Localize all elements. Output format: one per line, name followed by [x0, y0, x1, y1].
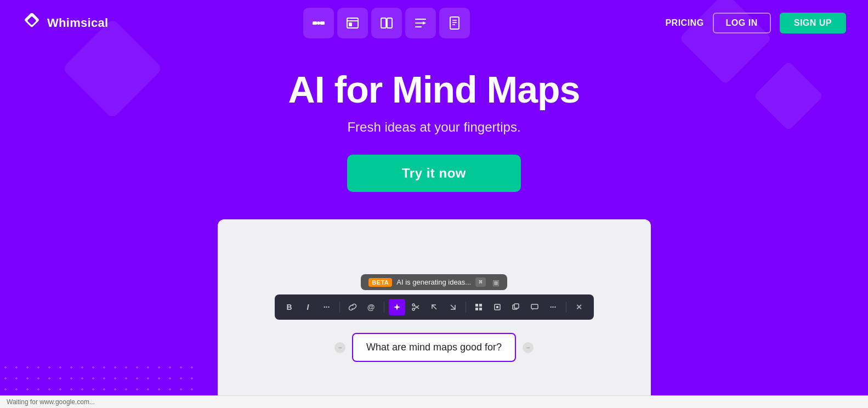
beta-message: AI is generating ideas...	[396, 278, 471, 286]
svg-point-4	[317, 21, 320, 25]
svg-point-19	[412, 304, 415, 306]
logo-text: Whimsical	[47, 16, 109, 30]
flowchart-icon	[311, 15, 326, 31]
svg-rect-2	[313, 21, 317, 25]
signup-button[interactable]: SIGN UP	[780, 13, 846, 33]
hero-section: AI for Mind Maps Fresh ideas at your fin…	[0, 46, 868, 219]
at-mention-button[interactable]: @	[363, 299, 379, 315]
svg-point-20	[412, 308, 415, 310]
toolbar-separator-3	[466, 302, 466, 313]
mindmap-icon	[379, 15, 394, 31]
node-right-connector[interactable]: −	[523, 342, 534, 353]
grid-button[interactable]	[470, 299, 487, 315]
italic-button[interactable]: I	[300, 299, 316, 315]
svg-rect-33	[531, 304, 538, 309]
arrow-up-right-button[interactable]	[445, 299, 461, 315]
duplicate-button[interactable]	[508, 299, 524, 315]
bold-button[interactable]: B	[281, 299, 298, 315]
mindmap-nav-btn[interactable]	[371, 8, 402, 38]
arrow-up-right-icon	[449, 303, 457, 311]
node-left-connector[interactable]: −	[334, 342, 345, 353]
svg-rect-26	[479, 304, 482, 307]
svg-rect-10	[387, 18, 392, 28]
status-bar: Waiting for www.google.com...	[0, 395, 868, 408]
beta-badge: BETA	[368, 278, 392, 287]
wireframe-nav-btn[interactable]	[337, 8, 368, 38]
hero-title: AI for Mind Maps	[11, 68, 857, 111]
more-options-button[interactable]: ···	[545, 299, 561, 315]
toolbar-separator-2	[384, 302, 384, 313]
toolbar-separator-4	[566, 302, 566, 313]
grid-icon	[475, 303, 483, 311]
beta-shortcut: ⌘	[475, 277, 486, 287]
svg-rect-25	[475, 304, 478, 307]
link-icon	[348, 303, 357, 311]
svg-line-24	[451, 305, 455, 309]
try-it-now-button[interactable]: Try it now	[347, 155, 521, 192]
logo: Whimsical	[22, 13, 109, 33]
docs-icon	[447, 15, 462, 31]
beta-close-icon[interactable]: ▣	[492, 278, 500, 287]
link-button[interactable]	[344, 299, 361, 315]
svg-line-23	[432, 305, 436, 309]
svg-rect-15	[450, 17, 459, 29]
ai-button[interactable]	[389, 299, 405, 315]
status-text: Waiting for www.google.com...	[7, 398, 95, 406]
nav-toolbar	[303, 8, 470, 38]
wireframe-icon	[345, 15, 360, 31]
editor-toolbar: B I ··· @	[275, 294, 594, 320]
arrow-down-left-button[interactable]	[426, 299, 442, 315]
comment-icon	[531, 303, 538, 311]
canvas-area: BETA AI is generating ideas... ⌘ ▣ B I ·…	[218, 219, 651, 408]
svg-rect-32	[514, 304, 519, 308]
scissors-button[interactable]	[407, 299, 424, 315]
sequence-nav-btn[interactable]	[405, 8, 436, 38]
mindmap-node[interactable]: What are mind maps good for?	[352, 333, 516, 362]
toolbar-separator-1	[339, 302, 340, 313]
svg-rect-9	[381, 18, 386, 28]
mindmap-node-row: − What are mind maps good for? −	[334, 333, 534, 362]
node-text: What are mind maps good for?	[366, 342, 502, 353]
beta-bar: BETA AI is generating ideas... ⌘ ▣	[361, 274, 507, 290]
frame-button[interactable]	[489, 299, 506, 315]
arrow-down-left-icon	[430, 303, 438, 311]
hero-subtitle: Fresh ideas at your fingertips.	[11, 120, 857, 135]
sequence-icon	[413, 15, 428, 31]
duplicate-icon	[512, 303, 520, 311]
logo-icon	[22, 13, 42, 33]
comment-button[interactable]	[526, 299, 543, 315]
svg-rect-28	[479, 308, 482, 310]
more-text-button[interactable]: ···	[319, 299, 335, 315]
svg-rect-8	[349, 22, 352, 26]
docs-nav-btn[interactable]	[439, 8, 470, 38]
flowchart-nav-btn[interactable]	[303, 8, 334, 38]
svg-rect-30	[496, 306, 498, 308]
close-button[interactable]: ✕	[571, 299, 587, 315]
svg-rect-27	[475, 308, 478, 310]
ai-icon	[393, 303, 401, 311]
svg-rect-3	[320, 21, 325, 25]
frame-icon	[493, 303, 501, 311]
scissors-icon	[411, 303, 420, 311]
